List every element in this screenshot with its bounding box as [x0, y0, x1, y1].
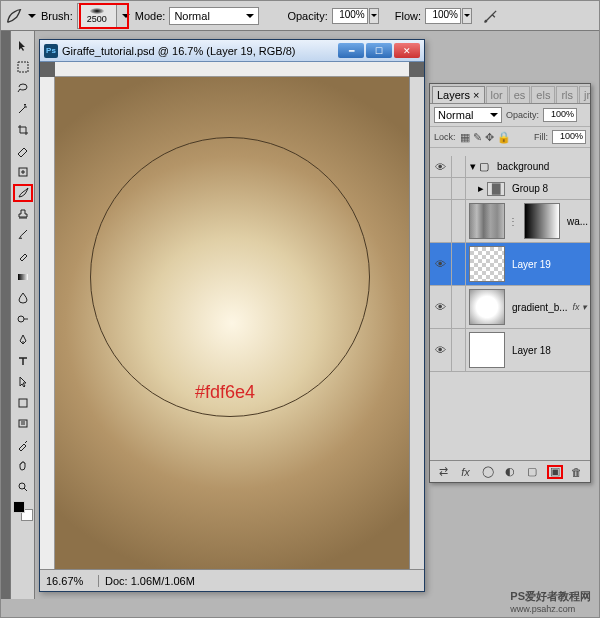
ruler-horizontal[interactable]: [55, 62, 409, 77]
foreground-color[interactable]: [13, 501, 25, 513]
blend-mode-select[interactable]: Normal: [169, 7, 259, 25]
layer-row-layer19[interactable]: 👁 Layer 19: [430, 243, 590, 286]
layer-blend-select[interactable]: Normal: [434, 107, 502, 123]
notes-tool[interactable]: [13, 415, 33, 433]
document-window: Ps Giraffe_tutorial.psd @ 16.7% (Layer 1…: [39, 39, 425, 592]
lock-all-icon[interactable]: 🔒: [497, 131, 511, 144]
tool-preset-icon[interactable]: [5, 7, 23, 25]
layer-opacity-label: Opacity:: [506, 110, 539, 120]
brush-tool[interactable]: [13, 184, 33, 202]
lock-position-icon[interactable]: ✥: [485, 131, 494, 144]
visibility-icon[interactable]: 👁: [430, 156, 452, 177]
mask-icon[interactable]: ◯: [480, 465, 496, 479]
lasso-tool[interactable]: [13, 79, 33, 97]
tab-3[interactable]: es: [509, 86, 531, 103]
flow-value[interactable]: 100%: [425, 8, 461, 24]
trash-icon[interactable]: 🗑: [569, 465, 585, 479]
layer-name[interactable]: gradient_b...: [508, 302, 572, 313]
tab-5[interactable]: rls: [556, 86, 578, 103]
visibility-icon[interactable]: 👁: [430, 286, 452, 328]
layer-name[interactable]: Layer 18: [508, 345, 590, 356]
mode-label: Mode:: [135, 10, 166, 22]
lock-transparent-icon[interactable]: ▦: [460, 131, 470, 144]
link-layers-icon[interactable]: ⇄: [435, 465, 451, 479]
tab-layers[interactable]: Layers ×: [432, 86, 485, 103]
canvas-area[interactable]: #fdf6e4: [55, 77, 409, 569]
new-layer-icon[interactable]: ▣: [547, 465, 563, 479]
visibility-icon[interactable]: [430, 200, 452, 242]
healing-tool[interactable]: [13, 163, 33, 181]
layer-name[interactable]: Layer 19: [508, 259, 590, 270]
highlight-brush-size: [79, 3, 129, 29]
zoom-value[interactable]: 16.67%: [40, 575, 98, 587]
minimize-button[interactable]: ━: [338, 43, 364, 58]
hand-tool[interactable]: [13, 457, 33, 475]
layer-row-gradient[interactable]: 👁 gradient_b... fx ▾: [430, 286, 590, 329]
visibility-icon[interactable]: [430, 178, 452, 199]
tab-2[interactable]: lor: [486, 86, 508, 103]
scrollbar-vertical[interactable]: [409, 77, 424, 569]
layer-name[interactable]: Group 8: [508, 183, 590, 194]
stamp-tool[interactable]: [13, 205, 33, 223]
visibility-icon[interactable]: 👁: [430, 329, 452, 371]
lock-pixels-icon[interactable]: ✎: [473, 131, 482, 144]
marquee-tool[interactable]: [13, 58, 33, 76]
layer-opacity-value[interactable]: 100%: [543, 108, 577, 122]
maximize-button[interactable]: ☐: [366, 43, 392, 58]
color-swatches[interactable]: [13, 501, 33, 521]
adjustment-icon[interactable]: ◐: [502, 465, 518, 479]
doc-size-value[interactable]: Doc: 1.06M/1.06M: [98, 575, 195, 587]
pen-tool[interactable]: [13, 331, 33, 349]
fx-badge[interactable]: fx ▾: [572, 302, 590, 312]
dodge-tool[interactable]: [13, 310, 33, 328]
airbrush-icon[interactable]: [482, 7, 500, 25]
title-bar[interactable]: Ps Giraffe_tutorial.psd @ 16.7% (Layer 1…: [40, 40, 424, 62]
layer-thumb[interactable]: [469, 289, 505, 325]
visibility-icon[interactable]: 👁: [430, 243, 452, 285]
status-bar: 16.67% Doc: 1.06M/1.06M: [40, 569, 424, 591]
fx-icon[interactable]: fx: [457, 465, 473, 479]
crop-tool[interactable]: [13, 121, 33, 139]
layer-row-group[interactable]: ▸ ▇ Group 8: [430, 178, 590, 200]
shape-tool[interactable]: [13, 394, 33, 412]
layer-row-bg[interactable]: 👁 ▾ ▢ background: [430, 156, 590, 178]
lock-label: Lock:: [434, 132, 456, 142]
eraser-tool[interactable]: [13, 247, 33, 265]
blur-tool[interactable]: [13, 289, 33, 307]
opacity-dropdown[interactable]: [369, 8, 379, 24]
mask-link-icon[interactable]: ⋮: [508, 216, 521, 227]
layer-thumb[interactable]: [469, 203, 505, 239]
type-tool[interactable]: [13, 352, 33, 370]
fill-label: Fill:: [534, 132, 548, 142]
zoom-tool[interactable]: [13, 478, 33, 496]
close-button[interactable]: ✕: [394, 43, 420, 58]
ruler-vertical[interactable]: [40, 77, 55, 569]
layer-row-layer18[interactable]: 👁 Layer 18: [430, 329, 590, 372]
group-icon[interactable]: ▢: [524, 465, 540, 479]
tool-preset-dropdown[interactable]: [27, 11, 37, 21]
layer-thumb[interactable]: [469, 332, 505, 368]
wand-tool[interactable]: [13, 100, 33, 118]
flow-control[interactable]: 100%: [425, 8, 472, 24]
options-bar: Brush: 2500 Mode: Normal Opacity: 100% F…: [1, 1, 599, 31]
gradient-tool[interactable]: [13, 268, 33, 286]
flow-label: Flow:: [395, 10, 421, 22]
canvas[interactable]: #fdf6e4: [55, 77, 409, 569]
tab-6[interactable]: jns: [579, 86, 590, 103]
tab-4[interactable]: els: [531, 86, 555, 103]
mask-thumb[interactable]: [524, 203, 560, 239]
layer-name[interactable]: background: [493, 161, 590, 172]
history-brush-tool[interactable]: [13, 226, 33, 244]
flow-dropdown[interactable]: [462, 8, 472, 24]
layer-thumb[interactable]: [469, 246, 505, 282]
fill-value[interactable]: 100%: [552, 130, 586, 144]
slice-tool[interactable]: [13, 142, 33, 160]
layer-row-wa[interactable]: ⋮ wa...: [430, 200, 590, 243]
path-select-tool[interactable]: [13, 373, 33, 391]
move-tool[interactable]: [13, 37, 33, 55]
opacity-control[interactable]: 100%: [332, 8, 379, 24]
opacity-value[interactable]: 100%: [332, 8, 368, 24]
panel-bottom-bar: ⇄ fx ◯ ◐ ▢ ▣ 🗑: [430, 460, 590, 482]
eyedropper-tool[interactable]: [13, 436, 33, 454]
layer-name[interactable]: wa...: [563, 216, 590, 227]
